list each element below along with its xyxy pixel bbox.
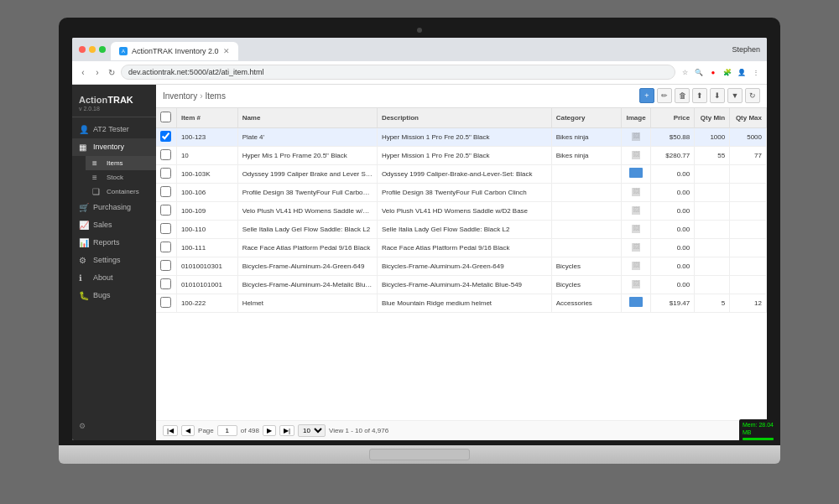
- forward-button[interactable]: ›: [91, 66, 103, 78]
- row-checkbox-cell[interactable]: [156, 220, 176, 238]
- star-icon[interactable]: ☆: [679, 66, 690, 78]
- row-checkbox[interactable]: [160, 205, 171, 216]
- sidebar-bugs-label: Bugs: [93, 291, 111, 299]
- row-image: 🖼: [621, 201, 650, 220]
- items-table: Item # Name Description Category Image P…: [156, 108, 767, 313]
- export-button[interactable]: ⬆: [692, 88, 707, 103]
- row-checkbox[interactable]: [160, 260, 171, 271]
- col-header-image[interactable]: Image: [621, 108, 650, 128]
- row-checkbox-cell[interactable]: [156, 201, 176, 220]
- col-header-category[interactable]: Category: [551, 108, 621, 128]
- table-row[interactable]: 100-110 Selle Italia Lady Gel Flow Saddl…: [156, 220, 767, 238]
- table-row[interactable]: 100-123 Plate 4' Hyper Mission 1 Pro Fre…: [156, 127, 767, 146]
- browser-tab[interactable]: A ActionTRAK Inventory 2.0 ✕: [111, 42, 238, 60]
- first-page-button[interactable]: |◀: [163, 425, 178, 436]
- row-checkbox[interactable]: [160, 168, 171, 179]
- row-checkbox-cell[interactable]: [156, 275, 176, 294]
- user-icon: 👤: [79, 125, 89, 134]
- sidebar-item-about[interactable]: ℹ About: [72, 269, 156, 287]
- prev-page-button[interactable]: ◀: [181, 425, 195, 436]
- row-checkbox-cell[interactable]: [156, 164, 176, 183]
- table-row[interactable]: 100-103K Odyssey 1999 Caliper Brake and …: [156, 164, 767, 183]
- row-checkbox[interactable]: [160, 278, 171, 289]
- table-row[interactable]: 100-106 Profile Design 38 TwentyFour Ful…: [156, 183, 767, 201]
- settings-icon: ⚙: [79, 256, 89, 265]
- refresh-table-button[interactable]: ↻: [745, 88, 760, 103]
- table-row[interactable]: 01010010301 Bicycles-Frame-Aluminum-24-G…: [156, 257, 767, 275]
- edit-button[interactable]: ✏: [657, 88, 672, 103]
- sidebar-gear-button[interactable]: ⚙: [72, 417, 156, 435]
- import-button[interactable]: ⬇: [710, 88, 725, 103]
- image-icon: 🖼: [632, 151, 640, 159]
- col-header-description[interactable]: Description: [377, 108, 551, 128]
- containers-icon: ❑: [92, 187, 102, 196]
- row-checkbox[interactable]: [160, 149, 171, 160]
- row-qty-max: 77: [730, 146, 767, 164]
- minimize-window-button[interactable]: [89, 46, 96, 53]
- sidebar-items-label: Items: [107, 159, 123, 167]
- row-checkbox[interactable]: [160, 131, 171, 142]
- profile-icon[interactable]: 👤: [736, 66, 748, 78]
- col-header-item[interactable]: Item #: [176, 108, 237, 128]
- row-item-num: 01010010301: [176, 257, 237, 275]
- table-row[interactable]: 100-109 Velo Plush VL41 HD Womens Saddle…: [156, 201, 767, 220]
- add-button[interactable]: +: [639, 88, 654, 103]
- row-checkbox[interactable]: [160, 242, 171, 252]
- search-icon[interactable]: 🔍: [693, 66, 705, 78]
- row-checkbox[interactable]: [160, 186, 171, 197]
- sidebar-item-sales[interactable]: 📈 Sales: [72, 216, 156, 234]
- row-item-num: 100-109: [176, 201, 237, 220]
- refresh-button[interactable]: ↻: [106, 66, 117, 78]
- sidebar-item-items[interactable]: ≡ Items: [86, 156, 156, 170]
- last-page-button[interactable]: ▶|: [279, 425, 294, 436]
- col-header-name[interactable]: Name: [237, 108, 377, 128]
- extension-icon[interactable]: 🧩: [722, 66, 733, 78]
- row-checkbox-cell[interactable]: [156, 294, 176, 312]
- page-input[interactable]: [217, 425, 237, 436]
- row-item-num: 100-222: [176, 294, 237, 312]
- row-checkbox[interactable]: [160, 223, 171, 234]
- filter-button[interactable]: ▼: [727, 88, 743, 103]
- row-name: Plate 4': [237, 127, 377, 146]
- row-qty-max: [730, 257, 767, 275]
- sidebar-item-containers[interactable]: ❑ Containers: [86, 184, 156, 199]
- row-item-num: 01010101001: [176, 275, 237, 294]
- col-header-qty-min[interactable]: Qty Min: [695, 108, 730, 128]
- sidebar-item-purchasing[interactable]: 🛒 Purchasing: [72, 199, 156, 216]
- row-checkbox-cell[interactable]: [156, 127, 176, 146]
- image-icon: 🖼: [632, 206, 640, 215]
- row-checkbox[interactable]: [160, 297, 171, 308]
- delete-button[interactable]: 🗑: [675, 88, 690, 103]
- maximize-window-button[interactable]: [99, 46, 106, 53]
- table-row[interactable]: 01010101001 Bicycles-Frame-Aluminum-24-M…: [156, 275, 767, 294]
- row-checkbox-cell[interactable]: [156, 257, 176, 275]
- row-qty-max: [730, 164, 767, 183]
- sidebar-item-bugs[interactable]: 🐛 Bugs: [72, 287, 156, 304]
- row-checkbox-cell[interactable]: [156, 183, 176, 201]
- col-header-qty-max[interactable]: Qty Max: [730, 108, 767, 128]
- sidebar-item-settings[interactable]: ⚙ Settings: [72, 252, 156, 269]
- next-page-button[interactable]: ▶: [263, 425, 276, 436]
- back-button[interactable]: ‹: [77, 66, 89, 78]
- per-page-select[interactable]: 10 25 50: [298, 424, 326, 437]
- row-description: Hyper Mission 1 Pro Fre 20.5" Black: [377, 127, 551, 146]
- sidebar-stock-label: Stock: [107, 174, 123, 181]
- sidebar-item-inventory[interactable]: ▦ Inventory: [72, 138, 156, 156]
- select-all-checkbox[interactable]: [160, 112, 171, 122]
- sidebar-item-reports[interactable]: 📊 Reports: [72, 234, 156, 252]
- sidebar-item-stock[interactable]: ≡ Stock: [86, 170, 156, 184]
- tab-close-button[interactable]: ✕: [223, 47, 230, 55]
- row-qty-min: 55: [695, 146, 730, 164]
- close-window-button[interactable]: [79, 46, 86, 53]
- screen: A ActionTRAK Inventory 2.0 ✕ Stephen ‹ ›…: [72, 38, 767, 440]
- row-checkbox-cell[interactable]: [156, 146, 176, 164]
- row-checkbox-cell[interactable]: [156, 238, 176, 257]
- table-body: 100-123 Plate 4' Hyper Mission 1 Pro Fre…: [156, 127, 767, 312]
- table-row[interactable]: 10 Hyper Mis 1 Pro Frame 20.5" Black Hyp…: [156, 146, 767, 164]
- table-row[interactable]: 100-222 Helmet Blue Mountain Ridge mediu…: [156, 294, 767, 312]
- menu-icon[interactable]: ⋮: [750, 66, 762, 78]
- items-icon: ≡: [92, 158, 102, 168]
- col-header-price[interactable]: Price: [651, 108, 695, 128]
- url-input[interactable]: [121, 65, 675, 80]
- table-row[interactable]: 100-111 Race Face Atlas Platform Pedal 9…: [156, 238, 767, 257]
